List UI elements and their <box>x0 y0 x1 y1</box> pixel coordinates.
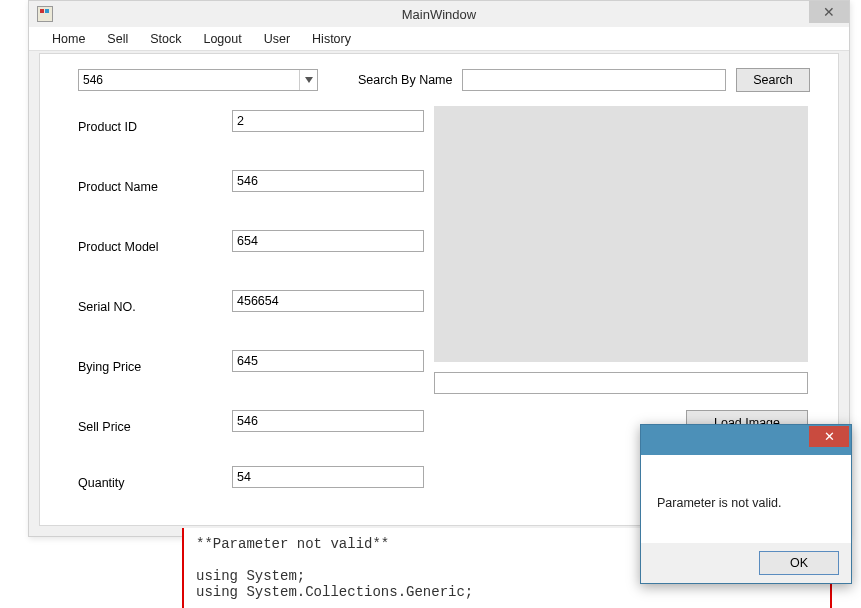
search-by-name-input[interactable] <box>462 69 726 91</box>
sell-price-label: Sell Price <box>78 420 218 434</box>
search-by-name-label: Search By Name <box>358 73 452 87</box>
combo-value: 546 <box>83 73 103 87</box>
product-name-input[interactable] <box>232 170 424 192</box>
serial-no-label: Serial NO. <box>78 300 218 314</box>
window-title: MainWindow <box>29 7 849 22</box>
product-model-input[interactable] <box>232 230 424 252</box>
menu-logout[interactable]: Logout <box>194 29 250 49</box>
menu-home[interactable]: Home <box>43 29 94 49</box>
product-name-label: Product Name <box>78 180 218 194</box>
menu-history[interactable]: History <box>303 29 360 49</box>
titlebar: MainWindow ✕ <box>29 1 849 27</box>
serial-no-input[interactable] <box>232 290 424 312</box>
product-id-label: Product ID <box>78 120 218 134</box>
image-preview <box>434 106 808 362</box>
dialog-titlebar: ✕ <box>641 425 851 455</box>
image-path-input[interactable] <box>434 372 808 394</box>
sell-price-input[interactable] <box>232 410 424 432</box>
search-button[interactable]: Search <box>736 68 810 92</box>
quantity-label: Quantity <box>78 476 218 490</box>
search-row: 546 Search By Name Search <box>78 68 810 92</box>
dialog-ok-button[interactable]: OK <box>759 551 839 575</box>
quantity-input[interactable] <box>232 466 424 488</box>
close-icon: ✕ <box>824 429 835 444</box>
product-model-label: Product Model <box>78 240 218 254</box>
menu-stock[interactable]: Stock <box>141 29 190 49</box>
menu-sell[interactable]: Sell <box>98 29 137 49</box>
dialog-message: Parameter is not valid. <box>649 463 843 543</box>
product-id-input[interactable] <box>232 110 424 132</box>
product-select-combo[interactable]: 546 <box>78 69 318 91</box>
buying-price-label: Bying Price <box>78 360 218 374</box>
chevron-down-icon <box>299 70 317 90</box>
error-dialog: ✕ Parameter is not valid. OK <box>640 424 852 584</box>
buying-price-input[interactable] <box>232 350 424 372</box>
dialog-footer: OK <box>641 543 851 583</box>
close-icon: ✕ <box>823 4 835 20</box>
menu-user[interactable]: User <box>255 29 299 49</box>
dialog-close-button[interactable]: ✕ <box>809 426 849 447</box>
menubar: Home Sell Stock Logout User History <box>29 27 849 51</box>
window-close-button[interactable]: ✕ <box>809 1 849 23</box>
